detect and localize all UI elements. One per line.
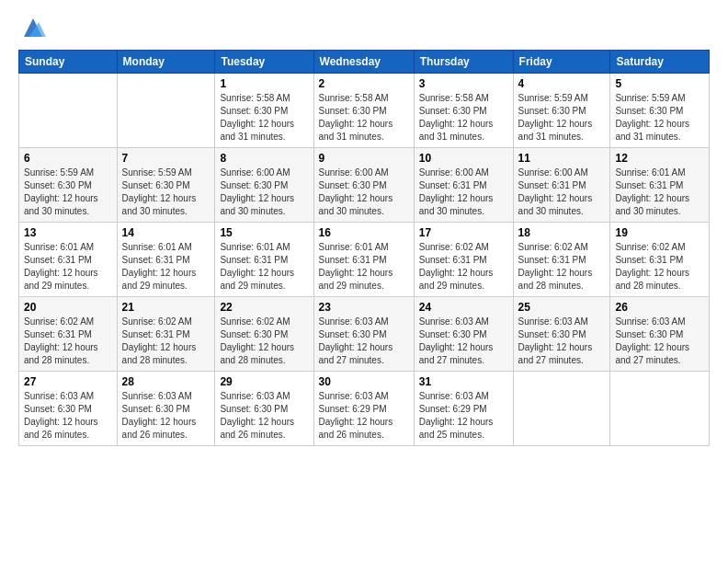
day-number: 7 bbox=[122, 152, 210, 165]
weekday-header-friday: Friday bbox=[513, 51, 610, 74]
day-number: 29 bbox=[220, 375, 308, 388]
day-info: Sunrise: 6:02 AMSunset: 6:31 PMDaylight:… bbox=[615, 241, 704, 293]
day-number: 30 bbox=[319, 375, 409, 388]
day-number: 14 bbox=[122, 226, 210, 239]
calendar-cell: 12Sunrise: 6:01 AMSunset: 6:31 PMDayligh… bbox=[610, 148, 710, 223]
calendar-cell: 15Sunrise: 6:01 AMSunset: 6:31 PMDayligh… bbox=[215, 223, 313, 297]
calendar-cell: 13Sunrise: 6:01 AMSunset: 6:31 PMDayligh… bbox=[19, 223, 118, 297]
day-number: 18 bbox=[518, 226, 606, 239]
calendar-cell: 4Sunrise: 5:59 AMSunset: 6:30 PMDaylight… bbox=[513, 74, 610, 148]
day-number: 31 bbox=[419, 375, 508, 388]
calendar-week-row: 13Sunrise: 6:01 AMSunset: 6:31 PMDayligh… bbox=[19, 223, 710, 297]
day-number: 15 bbox=[220, 226, 308, 239]
day-info: Sunrise: 6:03 AMSunset: 6:29 PMDaylight:… bbox=[319, 390, 409, 442]
day-info: Sunrise: 6:03 AMSunset: 6:30 PMDaylight:… bbox=[220, 390, 308, 442]
day-number: 22 bbox=[220, 301, 308, 314]
calendar-cell: 31Sunrise: 6:03 AMSunset: 6:29 PMDayligh… bbox=[414, 372, 513, 446]
calendar-cell: 29Sunrise: 6:03 AMSunset: 6:30 PMDayligh… bbox=[215, 372, 313, 446]
calendar-cell: 6Sunrise: 5:59 AMSunset: 6:30 PMDaylight… bbox=[19, 148, 118, 223]
day-info: Sunrise: 6:01 AMSunset: 6:31 PMDaylight:… bbox=[220, 241, 308, 293]
logo-icon bbox=[20, 15, 46, 40]
day-info: Sunrise: 6:03 AMSunset: 6:30 PMDaylight:… bbox=[24, 390, 112, 442]
calendar-cell: 30Sunrise: 6:03 AMSunset: 6:29 PMDayligh… bbox=[313, 372, 414, 446]
day-number: 17 bbox=[419, 226, 508, 239]
calendar-cell: 5Sunrise: 5:59 AMSunset: 6:30 PMDaylight… bbox=[610, 74, 710, 148]
calendar-cell bbox=[19, 74, 118, 148]
day-info: Sunrise: 5:58 AMSunset: 6:30 PMDaylight:… bbox=[220, 92, 308, 144]
day-info: Sunrise: 6:00 AMSunset: 6:31 PMDaylight:… bbox=[518, 167, 606, 218]
day-number: 10 bbox=[419, 152, 508, 165]
calendar-cell: 3Sunrise: 5:58 AMSunset: 6:30 PMDaylight… bbox=[414, 74, 513, 148]
day-info: Sunrise: 6:01 AMSunset: 6:31 PMDaylight:… bbox=[122, 241, 210, 293]
calendar-cell: 10Sunrise: 6:00 AMSunset: 6:31 PMDayligh… bbox=[414, 148, 513, 223]
day-number: 25 bbox=[518, 301, 606, 314]
day-info: Sunrise: 6:02 AMSunset: 6:31 PMDaylight:… bbox=[419, 241, 508, 293]
day-info: Sunrise: 6:01 AMSunset: 6:31 PMDaylight:… bbox=[319, 241, 409, 293]
day-number: 23 bbox=[319, 301, 409, 314]
day-info: Sunrise: 6:03 AMSunset: 6:29 PMDaylight:… bbox=[419, 390, 508, 442]
calendar-table: SundayMondayTuesdayWednesdayThursdayFrid… bbox=[18, 50, 710, 446]
weekday-header-monday: Monday bbox=[117, 51, 215, 74]
day-info: Sunrise: 6:02 AMSunset: 6:31 PMDaylight:… bbox=[518, 241, 606, 293]
weekday-header-tuesday: Tuesday bbox=[215, 51, 313, 74]
calendar-cell bbox=[117, 74, 215, 148]
day-info: Sunrise: 6:03 AMSunset: 6:30 PMDaylight:… bbox=[319, 316, 409, 367]
day-info: Sunrise: 6:01 AMSunset: 6:31 PMDaylight:… bbox=[24, 241, 112, 293]
day-number: 27 bbox=[24, 375, 112, 388]
day-info: Sunrise: 6:03 AMSunset: 6:30 PMDaylight:… bbox=[518, 316, 606, 367]
calendar-cell: 8Sunrise: 6:00 AMSunset: 6:30 PMDaylight… bbox=[215, 148, 313, 223]
day-number: 20 bbox=[24, 301, 112, 314]
day-number: 16 bbox=[319, 226, 409, 239]
calendar-cell: 23Sunrise: 6:03 AMSunset: 6:30 PMDayligh… bbox=[313, 297, 414, 372]
calendar-header: SundayMondayTuesdayWednesdayThursdayFrid… bbox=[19, 51, 710, 74]
day-info: Sunrise: 6:02 AMSunset: 6:31 PMDaylight:… bbox=[24, 316, 112, 367]
logo bbox=[18, 15, 46, 40]
day-number: 12 bbox=[615, 152, 704, 165]
day-info: Sunrise: 5:59 AMSunset: 6:30 PMDaylight:… bbox=[122, 167, 210, 218]
weekday-row: SundayMondayTuesdayWednesdayThursdayFrid… bbox=[19, 51, 710, 74]
calendar-cell: 17Sunrise: 6:02 AMSunset: 6:31 PMDayligh… bbox=[414, 223, 513, 297]
day-number: 6 bbox=[24, 152, 112, 165]
calendar-cell: 11Sunrise: 6:00 AMSunset: 6:31 PMDayligh… bbox=[513, 148, 610, 223]
calendar-cell bbox=[513, 372, 610, 446]
calendar-cell: 26Sunrise: 6:03 AMSunset: 6:30 PMDayligh… bbox=[610, 297, 710, 372]
day-number: 21 bbox=[122, 301, 210, 314]
calendar-cell: 22Sunrise: 6:02 AMSunset: 6:30 PMDayligh… bbox=[215, 297, 313, 372]
day-info: Sunrise: 5:58 AMSunset: 6:30 PMDaylight:… bbox=[319, 92, 409, 144]
day-number: 5 bbox=[615, 77, 704, 90]
calendar-cell: 2Sunrise: 5:58 AMSunset: 6:30 PMDaylight… bbox=[313, 74, 414, 148]
calendar-cell: 21Sunrise: 6:02 AMSunset: 6:31 PMDayligh… bbox=[117, 297, 215, 372]
calendar-week-row: 27Sunrise: 6:03 AMSunset: 6:30 PMDayligh… bbox=[19, 372, 710, 446]
day-info: Sunrise: 6:03 AMSunset: 6:30 PMDaylight:… bbox=[419, 316, 508, 367]
day-info: Sunrise: 6:00 AMSunset: 6:31 PMDaylight:… bbox=[419, 167, 508, 218]
day-info: Sunrise: 5:58 AMSunset: 6:30 PMDaylight:… bbox=[419, 92, 508, 144]
day-number: 11 bbox=[518, 152, 606, 165]
page: SundayMondayTuesdayWednesdayThursdayFrid… bbox=[0, 0, 728, 563]
day-info: Sunrise: 6:01 AMSunset: 6:31 PMDaylight:… bbox=[615, 167, 704, 218]
calendar-cell bbox=[610, 372, 710, 446]
calendar-cell: 24Sunrise: 6:03 AMSunset: 6:30 PMDayligh… bbox=[414, 297, 513, 372]
day-number: 2 bbox=[319, 77, 409, 90]
weekday-header-sunday: Sunday bbox=[19, 51, 118, 74]
day-info: Sunrise: 5:59 AMSunset: 6:30 PMDaylight:… bbox=[24, 167, 112, 218]
day-info: Sunrise: 5:59 AMSunset: 6:30 PMDaylight:… bbox=[518, 92, 606, 144]
calendar-cell: 28Sunrise: 6:03 AMSunset: 6:30 PMDayligh… bbox=[117, 372, 215, 446]
day-number: 3 bbox=[419, 77, 508, 90]
calendar-cell: 25Sunrise: 6:03 AMSunset: 6:30 PMDayligh… bbox=[513, 297, 610, 372]
day-number: 26 bbox=[615, 301, 704, 314]
day-number: 1 bbox=[220, 77, 308, 90]
calendar-week-row: 6Sunrise: 5:59 AMSunset: 6:30 PMDaylight… bbox=[19, 148, 710, 223]
day-info: Sunrise: 6:02 AMSunset: 6:30 PMDaylight:… bbox=[220, 316, 308, 367]
day-info: Sunrise: 6:02 AMSunset: 6:31 PMDaylight:… bbox=[122, 316, 210, 367]
calendar-cell: 14Sunrise: 6:01 AMSunset: 6:31 PMDayligh… bbox=[117, 223, 215, 297]
day-number: 19 bbox=[615, 226, 704, 239]
weekday-header-saturday: Saturday bbox=[610, 51, 710, 74]
calendar-cell: 7Sunrise: 5:59 AMSunset: 6:30 PMDaylight… bbox=[117, 148, 215, 223]
calendar-cell: 20Sunrise: 6:02 AMSunset: 6:31 PMDayligh… bbox=[19, 297, 118, 372]
calendar-week-row: 1Sunrise: 5:58 AMSunset: 6:30 PMDaylight… bbox=[19, 74, 710, 148]
day-info: Sunrise: 6:03 AMSunset: 6:30 PMDaylight:… bbox=[615, 316, 704, 367]
weekday-header-thursday: Thursday bbox=[414, 51, 513, 74]
day-number: 9 bbox=[319, 152, 409, 165]
calendar-cell: 1Sunrise: 5:58 AMSunset: 6:30 PMDaylight… bbox=[215, 74, 313, 148]
day-info: Sunrise: 6:03 AMSunset: 6:30 PMDaylight:… bbox=[122, 390, 210, 442]
